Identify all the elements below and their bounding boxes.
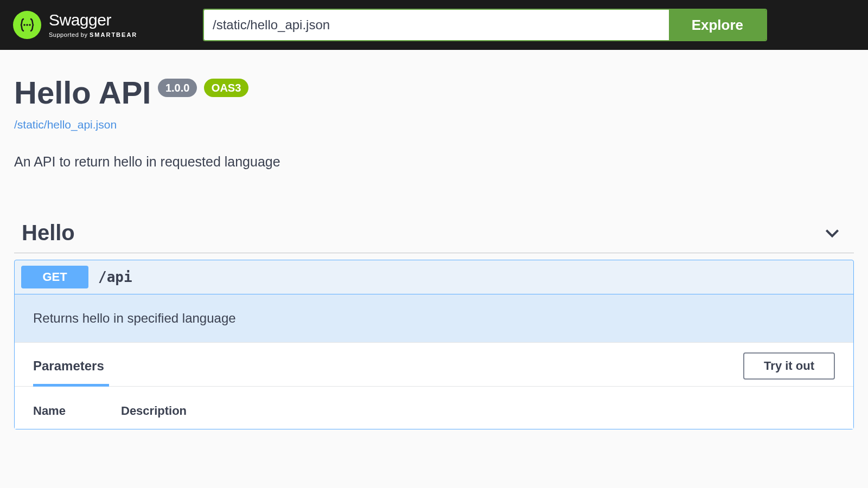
oas-badge: OAS3 bbox=[204, 79, 248, 97]
column-name: Name bbox=[33, 404, 121, 418]
tag-section-hello: Hello GET /api Returns hello in specifie… bbox=[14, 213, 854, 429]
http-method-badge: GET bbox=[21, 266, 88, 288]
operation-body: Returns hello in specified language Para… bbox=[15, 294, 853, 429]
logo-subtitle: Supported by SMARTBEAR bbox=[49, 31, 137, 38]
tag-name: Hello bbox=[22, 221, 75, 245]
operation-path: /api bbox=[98, 269, 132, 285]
operation-get-api: GET /api Returns hello in specified lang… bbox=[14, 260, 854, 429]
swagger-logo-icon bbox=[13, 11, 41, 39]
column-description: Description bbox=[121, 404, 187, 418]
operation-summary[interactable]: GET /api bbox=[15, 260, 853, 294]
parameters-label: Parameters bbox=[33, 358, 104, 374]
topbar: Swagger Supported by SMARTBEAR Explore bbox=[0, 0, 868, 50]
svg-point-0 bbox=[23, 24, 25, 26]
api-description: An API to return hello in requested lang… bbox=[14, 154, 854, 170]
spec-url-input[interactable] bbox=[204, 10, 669, 40]
parameters-table-header: Name Description bbox=[15, 387, 853, 429]
api-title: Hello API bbox=[14, 77, 151, 108]
tag-header[interactable]: Hello bbox=[14, 213, 854, 253]
try-it-out-button[interactable]: Try it out bbox=[743, 352, 835, 380]
explore-button[interactable]: Explore bbox=[669, 10, 766, 40]
parameters-bar: Parameters Try it out bbox=[15, 342, 853, 387]
version-badge: 1.0.0 bbox=[158, 79, 197, 97]
swagger-logo-text: Swagger Supported by SMARTBEAR bbox=[49, 12, 137, 38]
api-info: Hello API 1.0.0 OAS3 /static/hello_api.j… bbox=[0, 50, 868, 181]
svg-point-1 bbox=[26, 24, 28, 26]
spec-url-link[interactable]: /static/hello_api.json bbox=[14, 118, 854, 131]
swagger-logo[interactable]: Swagger Supported by SMARTBEAR bbox=[13, 11, 197, 39]
explore-form: Explore bbox=[203, 9, 767, 41]
svg-point-2 bbox=[29, 24, 31, 26]
chevron-down-icon bbox=[824, 224, 841, 242]
operation-description: Returns hello in specified language bbox=[15, 294, 853, 342]
logo-title: Swagger bbox=[49, 12, 137, 28]
